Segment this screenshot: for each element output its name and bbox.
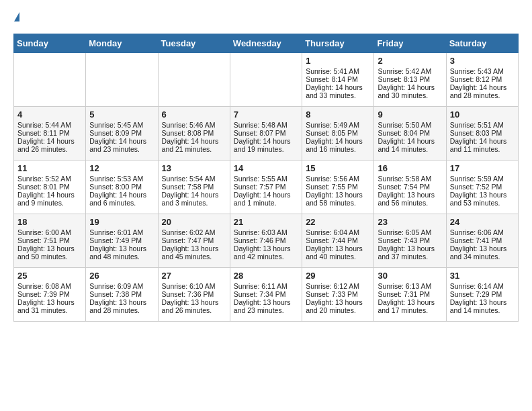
calendar-cell: 2Sunrise: 5:42 AMSunset: 8:13 PMDaylight… [374,53,446,107]
daylight-text: Daylight: 13 hours and 26 minutes. [162,298,226,314]
sunrise-text: Sunrise: 6:05 AM [378,228,442,236]
daylight-text: Daylight: 14 hours and 30 minutes. [378,83,442,99]
sunrise-text: Sunrise: 6:08 AM [17,282,82,290]
calendar-cell: 26Sunrise: 6:09 AMSunset: 7:38 PMDayligh… [86,268,158,322]
daylight-text: Daylight: 14 hours and 28 minutes. [450,83,515,99]
daylight-text: Daylight: 13 hours and 31 minutes. [17,298,82,314]
day-number: 13 [162,163,226,173]
sunrise-text: Sunrise: 5:56 AM [306,175,370,183]
sunrise-text: Sunrise: 6:02 AM [162,228,226,236]
daylight-text: Daylight: 13 hours and 48 minutes. [89,244,154,261]
day-number: 10 [450,109,515,120]
sunset-text: Sunset: 7:33 PM [306,290,370,298]
sunrise-text: Sunrise: 5:54 AM [162,175,226,183]
day-number: 26 [89,271,154,281]
daylight-text: Daylight: 13 hours and 42 minutes. [234,244,298,261]
sunset-text: Sunset: 7:55 PM [306,183,370,191]
calendar-cell [14,53,86,107]
sunset-text: Sunset: 7:44 PM [306,236,370,244]
day-number: 11 [17,163,82,173]
sunset-text: Sunset: 7:58 PM [162,183,226,191]
sunset-text: Sunset: 8:08 PM [162,129,226,137]
daylight-text: Daylight: 13 hours and 17 minutes. [378,298,442,314]
calendar-cell: 16Sunrise: 5:58 AMSunset: 7:54 PMDayligh… [374,161,446,214]
daylight-text: Daylight: 13 hours and 20 minutes. [306,298,370,314]
sunrise-text: Sunrise: 6:01 AM [89,228,154,236]
sunrise-text: Sunrise: 6:09 AM [89,282,154,290]
sunrise-text: Sunrise: 5:42 AM [378,67,442,75]
calendar-cell: 9Sunrise: 5:50 AMSunset: 8:04 PMDaylight… [374,107,446,161]
sunset-text: Sunset: 7:47 PM [162,236,226,244]
sunrise-text: Sunrise: 5:41 AM [306,67,370,75]
sunrise-text: Sunrise: 5:50 AM [378,121,442,129]
sunset-text: Sunset: 8:01 PM [17,183,82,191]
daylight-text: Daylight: 14 hours and 6 minutes. [89,191,154,207]
daylight-text: Daylight: 13 hours and 40 minutes. [306,244,370,261]
calendar-cell: 12Sunrise: 5:53 AMSunset: 8:00 PMDayligh… [86,161,158,214]
calendar-body: 1Sunrise: 5:41 AMSunset: 8:14 PMDaylight… [14,53,519,322]
calendar-cell: 24Sunrise: 6:06 AMSunset: 7:41 PMDayligh… [446,214,518,268]
sunrise-text: Sunrise: 5:45 AM [89,121,154,129]
day-number: 25 [17,271,82,281]
sunrise-text: Sunrise: 6:12 AM [306,282,370,290]
sunrise-text: Sunrise: 6:13 AM [378,282,442,290]
sunrise-text: Sunrise: 5:52 AM [17,175,82,183]
sunrise-text: Sunrise: 5:59 AM [450,175,515,183]
sunrise-text: Sunrise: 6:06 AM [450,228,515,236]
sunrise-text: Sunrise: 6:03 AM [234,228,298,236]
sunrise-text: Sunrise: 5:51 AM [450,121,515,129]
sunset-text: Sunset: 7:36 PM [162,290,226,298]
daylight-text: Daylight: 14 hours and 19 minutes. [234,137,298,153]
sunset-text: Sunset: 7:43 PM [378,236,442,244]
calendar-cell: 1Sunrise: 5:41 AMSunset: 8:14 PMDaylight… [302,53,374,107]
calendar-cell: 30Sunrise: 6:13 AMSunset: 7:31 PMDayligh… [374,268,446,322]
sunset-text: Sunset: 7:46 PM [234,236,298,244]
sunset-text: Sunset: 8:04 PM [378,129,442,137]
day-number: 29 [306,271,370,281]
weekday-header-monday: Monday [86,34,158,53]
calendar-cell: 17Sunrise: 5:59 AMSunset: 7:52 PMDayligh… [446,161,518,214]
daylight-text: Daylight: 13 hours and 50 minutes. [17,244,82,261]
sunrise-text: Sunrise: 6:11 AM [234,282,298,290]
day-number: 15 [306,163,370,173]
day-number: 12 [89,163,154,173]
sunrise-text: Sunrise: 6:00 AM [17,228,82,236]
daylight-text: Daylight: 14 hours and 14 minutes. [378,137,442,153]
day-number: 14 [234,163,298,173]
sunset-text: Sunset: 8:07 PM [234,129,298,137]
calendar-cell: 6Sunrise: 5:46 AMSunset: 8:08 PMDaylight… [158,107,230,161]
calendar-header: SundayMondayTuesdayWednesdayThursdayFrid… [14,34,519,53]
weekday-header-tuesday: Tuesday [158,34,230,53]
sunset-text: Sunset: 7:41 PM [450,236,515,244]
day-number: 23 [378,217,442,227]
sunset-text: Sunset: 7:57 PM [234,183,298,191]
sunrise-text: Sunrise: 6:04 AM [306,228,370,236]
daylight-text: Daylight: 13 hours and 37 minutes. [378,244,442,261]
sunrise-text: Sunrise: 5:48 AM [234,121,298,129]
page-header [13,13,519,23]
daylight-text: Daylight: 13 hours and 23 minutes. [234,298,298,314]
day-number: 17 [450,163,515,173]
daylight-text: Daylight: 14 hours and 33 minutes. [306,83,370,99]
day-number: 2 [378,56,442,66]
sunset-text: Sunset: 8:14 PM [306,75,370,83]
calendar-cell: 25Sunrise: 6:08 AMSunset: 7:39 PMDayligh… [14,268,86,322]
day-number: 30 [378,271,442,281]
calendar-cell: 4Sunrise: 5:44 AMSunset: 8:11 PMDaylight… [14,107,86,161]
logo-triangle-icon [14,12,19,21]
sunset-text: Sunset: 8:12 PM [450,75,515,83]
calendar-table: SundayMondayTuesdayWednesdayThursdayFrid… [13,34,519,322]
daylight-text: Daylight: 13 hours and 28 minutes. [89,298,154,314]
day-number: 24 [450,217,515,227]
day-number: 7 [234,109,298,120]
calendar-cell: 19Sunrise: 6:01 AMSunset: 7:49 PMDayligh… [86,214,158,268]
calendar-cell: 20Sunrise: 6:02 AMSunset: 7:47 PMDayligh… [158,214,230,268]
logo [13,13,19,23]
calendar-cell: 7Sunrise: 5:48 AMSunset: 8:07 PMDaylight… [230,107,302,161]
weekday-header-sunday: Sunday [14,34,86,53]
sunset-text: Sunset: 8:13 PM [378,75,442,83]
sunrise-text: Sunrise: 5:55 AM [234,175,298,183]
daylight-text: Daylight: 14 hours and 16 minutes. [306,137,370,153]
weekday-header-saturday: Saturday [446,34,518,53]
day-number: 19 [89,217,154,227]
